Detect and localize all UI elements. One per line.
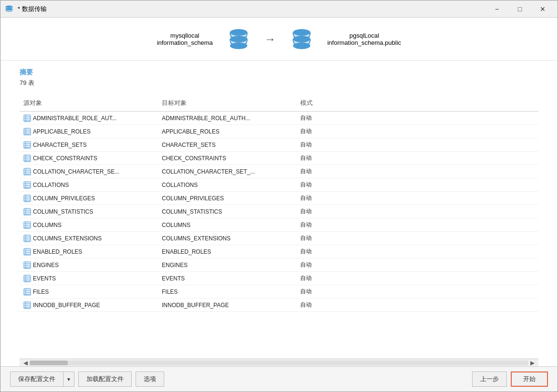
source-cell: COLLATIONS <box>20 178 158 191</box>
source-cell: ADMINISTRABLE_ROLE_AUT... <box>20 112 158 124</box>
source-cell: COLUMNS_EXTENSIONS <box>20 232 158 245</box>
mode-cell: 自动 <box>296 258 344 271</box>
mode-cell: 自动 <box>296 218 344 231</box>
table-icon <box>23 114 31 122</box>
maximize-button[interactable]: □ <box>509 1 531 17</box>
extra-cell <box>344 205 538 218</box>
mode-cell: 自动 <box>296 165 344 178</box>
target-cell: COLUMN_STATISTICS <box>158 205 296 218</box>
prev-button[interactable]: 上一步 <box>472 371 507 387</box>
summary-title: 摘要 <box>20 68 538 77</box>
load-config-button[interactable]: 加载配置文件 <box>78 371 132 387</box>
svg-rect-3 <box>6 9 12 11</box>
extra-cell <box>344 218 538 231</box>
table-section: 源对象 目标对象 模式 ADMINISTRABLE_ROLE_AUT... AD… <box>0 91 558 359</box>
mode-cell: 自动 <box>296 192 344 205</box>
source-cell: COLUMNS <box>20 218 158 231</box>
table-icon <box>23 155 31 162</box>
extra-cell <box>344 112 538 124</box>
table-icon <box>23 181 31 189</box>
target-cell: COLUMNS_EXTENSIONS <box>158 232 296 245</box>
table-icon <box>23 221 31 229</box>
footer: 保存配置文件 ▼ 加载配置文件 选项 上一步 开始 <box>0 366 558 392</box>
col-mode: 模式 <box>296 97 344 109</box>
summary-count: 79 表 <box>20 79 538 87</box>
summary-section: 摘要 79 表 <box>0 61 558 91</box>
table-row[interactable]: COLLATIONS COLLATIONS 自动 <box>20 178 538 192</box>
source-cell: INNODB_BUFFER_PAGE <box>20 299 158 311</box>
source-cell: ENABLED_ROLES <box>20 245 158 258</box>
table-row[interactable]: EVENTS EVENTS 自动 <box>20 272 538 285</box>
target-cell: EVENTS <box>158 272 296 285</box>
horizontal-scrollbar[interactable]: ◀ ▶ <box>20 359 538 366</box>
target-db-info: pgsqlLocal information_schema.public <box>327 32 401 46</box>
table-row[interactable]: COLUMNS COLUMNS 自动 <box>20 218 538 232</box>
table-row[interactable]: COLUMNS_EXTENSIONS COLUMNS_EXTENSIONS 自动 <box>20 232 538 245</box>
target-cell: ADMINISTRABLE_ROLE_AUTH... <box>158 112 296 124</box>
table-icon <box>23 275 31 282</box>
start-button[interactable]: 开始 <box>511 371 548 387</box>
mode-cell: 自动 <box>296 272 344 285</box>
mode-cell: 自动 <box>296 125 344 138</box>
source-db-name: mysqllocal <box>157 32 213 39</box>
table-row[interactable]: COLUMN_STATISTICS COLUMN_STATISTICS 自动 <box>20 205 538 218</box>
source-cell: FILES <box>20 285 158 298</box>
window-title: * 数据传输 <box>18 5 486 13</box>
table-icon <box>23 248 31 256</box>
source-cell: CHECK_CONSTRAINTS <box>20 152 158 165</box>
table-row[interactable]: FILES FILES 自动 <box>20 285 538 299</box>
target-cell: ENGINES <box>158 258 296 271</box>
extra-cell <box>344 125 538 138</box>
target-db-schema: information_schema.public <box>327 39 401 46</box>
table-icon <box>23 168 31 175</box>
save-config-dropdown[interactable]: ▼ <box>63 371 74 387</box>
table-row[interactable]: COLUMN_PRIVILEGES COLUMN_PRIVILEGES 自动 <box>20 192 538 205</box>
hscroll-thumb[interactable] <box>30 361 68 365</box>
source-cell: COLUMN_STATISTICS <box>20 205 158 218</box>
extra-cell <box>344 285 538 298</box>
extra-cell <box>344 192 538 205</box>
source-db-info: mysqllocal information_schema <box>157 32 213 46</box>
mode-cell: 自动 <box>296 232 344 245</box>
options-button[interactable]: 选项 <box>136 371 164 387</box>
table-row[interactable]: CHARACTER_SETS CHARACTER_SETS 自动 <box>20 138 538 152</box>
table-row[interactable]: COLLATION_CHARACTER_SE... COLLATION_CHAR… <box>20 165 538 178</box>
extra-cell <box>344 272 538 285</box>
save-config-button[interactable]: 保存配置文件 <box>10 371 63 387</box>
table-row[interactable]: APPLICABLE_ROLES APPLICABLE_ROLES 自动 <box>20 125 538 138</box>
target-cell: COLUMN_PRIVILEGES <box>158 192 296 205</box>
col-target: 目标对象 <box>158 97 296 109</box>
extra-cell <box>344 152 538 165</box>
title-bar: * 数据传输 − □ ✕ <box>0 0 558 18</box>
mode-cell: 自动 <box>296 299 344 311</box>
table-row[interactable]: INNODB_BUFFER_PAGE INNODB_BUFFER_PAGE 自动 <box>20 299 538 312</box>
table-row[interactable]: ENABLED_ROLES ENABLED_ROLES 自动 <box>20 245 538 258</box>
table-row[interactable]: CHECK_CONSTRAINTS CHECK_CONSTRAINTS 自动 <box>20 152 538 165</box>
table-icon <box>23 195 31 202</box>
mode-cell: 自动 <box>296 245 344 258</box>
target-db-icon <box>290 28 313 51</box>
minimize-button[interactable]: − <box>486 1 508 17</box>
table-row[interactable]: ADMINISTRABLE_ROLE_AUT... ADMINISTRABLE_… <box>20 112 538 125</box>
close-button[interactable]: ✕ <box>532 1 554 17</box>
table-icon <box>23 301 31 309</box>
source-cell: COLLATION_CHARACTER_SE... <box>20 165 158 178</box>
hscroll-left-arrow[interactable]: ◀ <box>21 360 30 366</box>
source-cell: ENGINES <box>20 258 158 271</box>
mode-cell: 自动 <box>296 112 344 124</box>
target-cell: CHARACTER_SETS <box>158 138 296 151</box>
main-window: * 数据传输 − □ ✕ mysqllocal information_sche… <box>0 0 558 392</box>
target-cell: COLUMNS <box>158 218 296 231</box>
mode-cell: 自动 <box>296 285 344 298</box>
mode-cell: 自动 <box>296 205 344 218</box>
svg-point-13 <box>293 42 310 49</box>
extra-cell <box>344 232 538 245</box>
table-icon <box>23 141 31 149</box>
table-row[interactable]: ENGINES ENGINES 自动 <box>20 258 538 272</box>
table-body-wrapper[interactable]: ADMINISTRABLE_ROLE_AUT... ADMINISTRABLE_… <box>20 112 538 359</box>
extra-cell <box>344 245 538 258</box>
save-config-group: 保存配置文件 ▼ <box>10 371 74 387</box>
svg-point-8 <box>230 42 247 49</box>
table-body: ADMINISTRABLE_ROLE_AUT... ADMINISTRABLE_… <box>20 112 538 312</box>
hscroll-right-arrow[interactable]: ▶ <box>528 360 537 366</box>
